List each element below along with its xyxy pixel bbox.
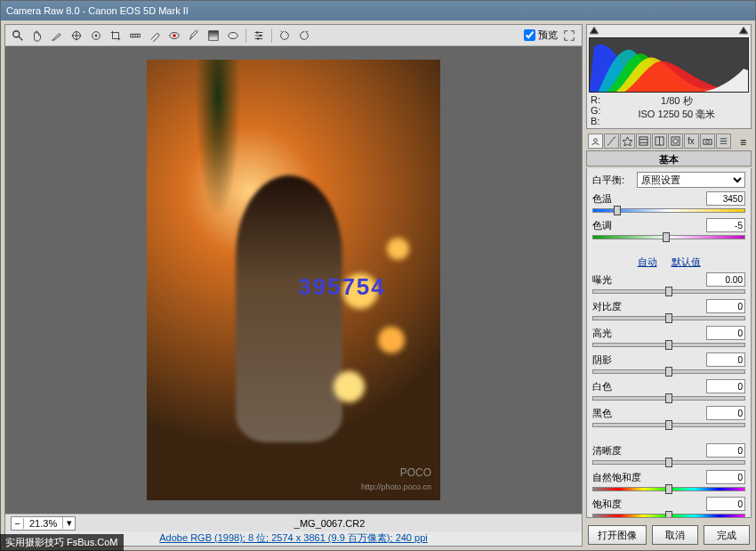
zoom-out-icon[interactable]: − [12,518,24,529]
image-canvas[interactable]: 395754 POCO http://photo.poco.cn [5,46,582,514]
graduated-filter-tool[interactable] [205,27,222,45]
color-sampler-tool[interactable] [68,27,85,45]
zoom-tool[interactable] [9,27,27,45]
panel-tabs: fx ≡ [586,131,752,149]
wb-select[interactable]: 原照设置 [637,172,745,188]
radial-filter-tool[interactable] [224,27,242,45]
spot-removal-tool[interactable] [146,27,164,45]
contrast-thumb[interactable] [665,313,672,323]
adjustment-brush-tool[interactable] [185,27,203,45]
white-value-input[interactable] [706,379,745,393]
svg-point-14 [229,32,238,38]
vibrance-value-input[interactable] [706,470,745,484]
black-slider[interactable] [592,421,745,429]
highlight-slider[interactable] [592,341,745,349]
basic-panel: 白平衡: 原照设置 色温 色调 自动 默认值 曝光 对比度 高光 阴影 白色 黑… [586,168,752,518]
default-link[interactable]: 默认值 [672,255,701,269]
preview-label: 预览 [538,28,558,42]
redeye-tool[interactable] [165,27,183,45]
tint-thumb[interactable] [663,232,670,242]
tint-value-input[interactable] [706,218,745,232]
shadow-clip-icon[interactable] [589,26,599,35]
tab-fx[interactable]: fx [684,134,699,149]
black-value-input[interactable] [706,406,745,420]
shadow-label: 阴影 [592,353,612,367]
fullscreen-icon[interactable] [560,27,578,45]
tab-detail[interactable] [620,134,635,149]
exposure-value-input[interactable] [706,272,745,287]
toolbar: 预览 [5,25,582,46]
separator [271,28,272,43]
clarity-thumb[interactable] [665,458,672,467]
preview-pane: 预览 395754 POCO http://photo.poco.cn − 21… [4,24,583,547]
status-bar: − 21.3% ▾ _MG_0067.CR2 [5,514,582,531]
preview-checkbox[interactable] [524,29,535,41]
white-slider-row: 白色 [592,379,745,402]
contrast-value-input[interactable] [706,299,745,313]
temp-slider[interactable] [592,207,745,215]
sat-slider[interactable] [592,512,745,518]
svg-line-1 [19,36,22,39]
exposure-slider[interactable] [592,288,745,296]
zoom-control[interactable]: − 21.3% ▾ [11,516,76,531]
straighten-tool[interactable] [126,27,144,45]
done-button[interactable]: 完成 [704,525,750,545]
clarity-slider-row: 清晰度 [592,443,745,466]
tab-split[interactable] [652,134,667,149]
vibrance-thumb[interactable] [665,484,672,494]
tab-basic[interactable] [588,134,603,149]
shadow-thumb[interactable] [665,367,672,377]
clarity-value-input[interactable] [706,443,745,458]
cancel-button[interactable]: 取消 [652,525,698,545]
temp-slider-row: 色温 [592,191,745,215]
svg-marker-21 [590,27,599,34]
tab-presets[interactable] [716,134,731,149]
preferences-tool[interactable] [250,27,268,45]
targeted-adjust-tool[interactable] [87,27,105,45]
zoom-in-icon[interactable]: ▾ [62,517,75,529]
highlight-label: 高光 [592,327,612,340]
zoom-value: 21.3% [24,518,62,529]
svg-rect-24 [639,137,647,145]
temp-thumb[interactable] [614,206,621,215]
crop-tool[interactable] [107,27,125,45]
hand-tool[interactable] [28,27,46,45]
tab-hsl[interactable] [636,134,651,149]
highlight-thumb[interactable] [665,340,672,350]
contrast-slider[interactable] [592,314,745,322]
temp-value-input[interactable] [706,191,745,206]
sat-value-input[interactable] [706,497,745,511]
open-image-button[interactable]: 打开图像 [588,525,647,545]
highlight-clip-icon[interactable] [738,26,749,35]
panel-menu-icon[interactable]: ≡ [736,136,750,149]
r-readout: R: [591,94,601,105]
tint-slider[interactable] [592,233,745,241]
svg-point-12 [173,34,176,37]
tab-camera[interactable] [700,134,715,149]
white-thumb[interactable] [665,393,672,403]
shadow-slider-row: 阴影 [592,352,745,376]
sat-thumb[interactable] [665,511,672,518]
exposure-label: 曝光 [592,273,612,287]
rotate-cw-tool[interactable] [295,27,313,45]
settings-pane: R: G: B: 1/80 秒 ISO 1250 50 毫米 [586,24,752,547]
exposure-thumb[interactable] [665,287,672,296]
tab-lens[interactable] [668,134,683,149]
wb-tool[interactable] [48,27,66,45]
vibrance-slider[interactable] [592,485,745,493]
black-thumb[interactable] [665,420,672,430]
title-bar: Camera Raw 8.0 - Canon EOS 5D Mark II [1,1,755,20]
tab-curve[interactable] [604,134,619,149]
histogram [589,37,749,93]
filename-label: _MG_0067.CR2 [294,518,366,529]
shadow-value-input[interactable] [706,352,745,367]
auto-link[interactable]: 自动 [638,255,657,269]
rotate-ccw-tool[interactable] [276,27,294,45]
white-slider[interactable] [592,394,745,402]
highlight-value-input[interactable] [706,326,745,340]
shadow-slider[interactable] [592,368,745,376]
clarity-slider[interactable] [592,458,745,466]
tint-slider-row: 色调 [592,218,745,241]
sat-label: 饱和度 [592,498,622,511]
black-label: 黑色 [592,407,612,420]
